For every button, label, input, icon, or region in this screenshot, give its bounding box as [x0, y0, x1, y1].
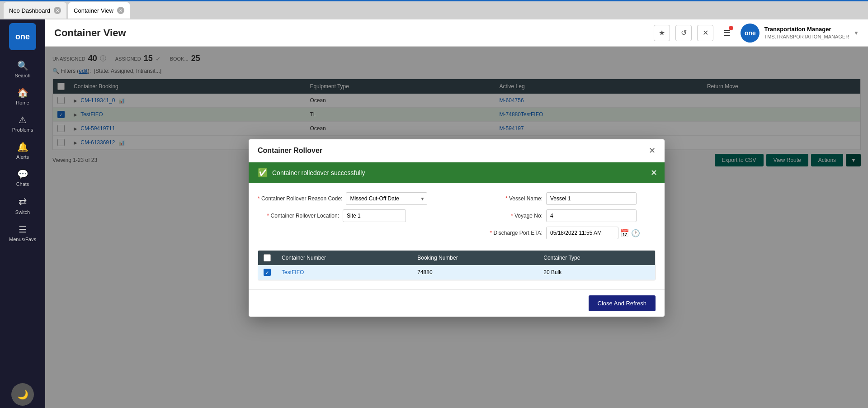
sidebar-user-avatar[interactable]: 🌙 — [11, 383, 34, 406]
header-right: ★ ↺ ✕ ☰ one Transportation Manager TMS.T… — [654, 24, 859, 43]
tab-neo-dashboard-label: Neo Dashboard — [9, 7, 50, 14]
notification-dot — [729, 26, 733, 30]
problems-icon: ⚠ — [19, 114, 27, 125]
success-banner: ✅ Container rolledover successfully ✕ — [249, 162, 665, 183]
reason-code-label: * Container Rollover Reason Code: — [258, 195, 342, 202]
sidebar-item-switch[interactable]: ⇄ Switch — [0, 191, 45, 219]
success-banner-close[interactable]: ✕ — [651, 168, 657, 178]
tab-container-view[interactable]: Container View ✕ — [68, 2, 130, 19]
form-col-right: * Vessel Name: * Voyage No: — [461, 192, 656, 244]
user-name: Transportation Manager — [764, 26, 849, 33]
chats-icon: 💬 — [17, 169, 28, 180]
user-avatar: one — [741, 24, 760, 43]
sidebar-item-alerts[interactable]: 🔔 Alerts — [0, 137, 45, 164]
form-group-vessel-name: * Vessel Name: — [461, 192, 656, 205]
modal-header: Container Rollover ✕ — [249, 139, 665, 162]
form-col-left: * Container Rollover Reason Code: Missed… — [258, 192, 452, 227]
modal-row-checkbox[interactable]: ✓ — [258, 265, 276, 280]
close-and-refresh-button[interactable]: Close And Refresh — [589, 295, 656, 311]
modal-title: Container Rollover — [258, 147, 322, 155]
modal-header-container-number: Container Number — [276, 251, 412, 265]
home-icon: 🏠 — [17, 87, 28, 98]
sidebar-label-search: Search — [15, 73, 31, 78]
modal-table-container: Container Number Booking Number Containe… — [258, 250, 656, 280]
tab-neo-dashboard-close[interactable]: ✕ — [54, 7, 61, 14]
modal-body: * Container Rollover Reason Code: Missed… — [249, 183, 665, 289]
sidebar-item-chats[interactable]: 💬 Chats — [0, 164, 45, 191]
modal-overlay: Container Rollover ✕ ✅ Container rolledo… — [45, 47, 868, 408]
sidebar-item-home[interactable]: 🏠 Home — [0, 83, 45, 110]
form-group-reason-code: * Container Rollover Reason Code: Missed… — [258, 192, 452, 205]
modal-container-table: Container Number Booking Number Containe… — [258, 251, 655, 280]
modal-table-row: ✓ TestFIFO 74880 20 Bulk — [258, 265, 655, 280]
refresh-button[interactable]: ↺ — [675, 25, 692, 41]
form-group-location: * Container Rollover Location: — [258, 209, 452, 222]
search-icon: 🔍 — [17, 60, 28, 71]
alerts-icon: 🔔 — [17, 142, 28, 152]
vessel-name-label: * Vessel Name: — [461, 195, 542, 202]
switch-icon: ⇄ — [19, 196, 27, 208]
sidebar-label-problems: Problems — [12, 127, 33, 133]
modal-header-container-type: Container Type — [538, 251, 655, 265]
browser-tab-bar: Neo Dashboard ✕ Container View ✕ — [0, 1, 868, 19]
modal-header-booking-number: Booking Number — [412, 251, 538, 265]
eta-input[interactable] — [546, 227, 618, 239]
form-row-1: * Container Rollover Reason Code: Missed… — [258, 192, 656, 244]
sidebar-label-switch: Switch — [15, 209, 30, 215]
modal-close-button[interactable]: ✕ — [649, 146, 656, 156]
modal-footer: Close And Refresh — [249, 289, 665, 317]
sidebar-label-alerts: Alerts — [16, 154, 29, 160]
modal-row-container-type: 20 Bulk — [538, 265, 655, 280]
favorite-button[interactable]: ★ — [654, 25, 670, 41]
success-check-icon: ✅ — [258, 168, 268, 178]
form-group-eta: * Discharge Port ETA: 📅 🕐 — [461, 227, 656, 239]
vessel-name-input[interactable] — [546, 192, 637, 205]
eta-input-wrapper: 📅 🕐 — [546, 227, 640, 239]
modal-container-link[interactable]: TestFIFO — [282, 269, 304, 275]
location-label: * Container Rollover Location: — [258, 213, 339, 219]
user-chevron-icon[interactable]: ▼ — [854, 30, 859, 36]
eta-label: * Discharge Port ETA: — [461, 230, 542, 236]
voyage-no-label: * Voyage No: — [461, 213, 542, 219]
tab-container-view-label: Container View — [74, 7, 113, 14]
modal-row-checkbox-checked[interactable]: ✓ — [264, 269, 271, 276]
sidebar: one 🔍 Search 🏠 Home ⚠ Problems 🔔 Alerts … — [0, 19, 45, 408]
page-title: Container View — [54, 27, 126, 39]
tab-neo-dashboard[interactable]: Neo Dashboard ✕ — [4, 2, 66, 19]
reason-code-select-wrapper: Missed Cut-Off Date Vessel Full Weather … — [346, 192, 427, 205]
user-info: one Transportation Manager TMS.TRANSPORT… — [741, 24, 859, 43]
menus-icon: ☰ — [19, 224, 27, 235]
app-header: Container View ★ ↺ ✕ ☰ one Transportatio… — [45, 19, 868, 47]
success-message: Container rolledover successfully — [272, 169, 365, 176]
menu-button[interactable]: ☰ — [719, 25, 735, 41]
close-button[interactable]: ✕ — [697, 25, 713, 41]
container-rollover-modal: Container Rollover ✕ ✅ Container rolledo… — [249, 139, 665, 317]
voyage-no-input[interactable] — [546, 209, 637, 222]
modal-row-booking-number: 74880 — [412, 265, 538, 280]
sidebar-item-problems[interactable]: ⚠ Problems — [0, 110, 45, 137]
reason-code-select[interactable]: Missed Cut-Off Date Vessel Full Weather … — [346, 192, 427, 205]
sidebar-item-menus-favs[interactable]: ☰ Menus/Favs — [0, 219, 45, 247]
clock-icon[interactable]: 🕐 — [631, 229, 640, 237]
form-group-voyage-no: * Voyage No: — [461, 209, 656, 222]
modal-row-container-number: TestFIFO — [276, 265, 412, 280]
sidebar-logo[interactable]: one — [9, 23, 36, 50]
sidebar-label-home: Home — [16, 100, 29, 105]
location-input[interactable] — [343, 209, 406, 222]
sidebar-label-menus: Menus/Favs — [9, 237, 36, 242]
sidebar-label-chats: Chats — [16, 181, 29, 187]
calendar-icon[interactable]: 📅 — [620, 229, 629, 237]
modal-table-header-select[interactable] — [258, 251, 276, 265]
user-role: TMS.TRANSPORTATION_MANAGER — [764, 33, 849, 40]
modal-select-all-checkbox[interactable] — [264, 254, 271, 261]
tab-container-view-close[interactable]: ✕ — [117, 7, 124, 14]
sidebar-item-search[interactable]: 🔍 Search — [0, 56, 45, 83]
page-content: UNASSIGNED 40 ⓘ ASSIGNED 15 ✓ BOOK... 25… — [45, 47, 868, 408]
